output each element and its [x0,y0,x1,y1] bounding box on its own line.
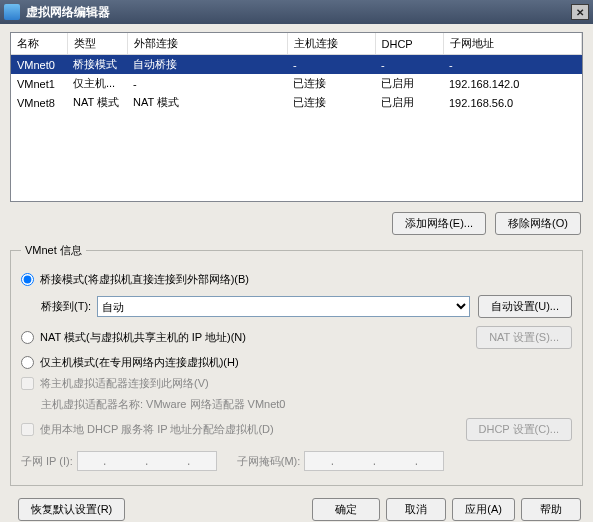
cell-dhcp: 已启用 [375,74,443,93]
help-button[interactable]: 帮助 [521,498,581,521]
cell-type: NAT 模式 [67,93,127,112]
subnet-mask-label: 子网掩码(M): [237,454,301,469]
col-dhcp[interactable]: DHCP [375,33,443,55]
radio-bridge-label: 桥接模式(将虚拟机直接连接到外部网络)(B) [40,272,249,287]
add-network-button[interactable]: 添加网络(E)... [392,212,486,235]
cell-subnet: 192.168.142.0 [443,74,582,93]
network-table[interactable]: 名称 类型 外部连接 主机连接 DHCP 子网地址 VMnet0桥接模式自动桥接… [10,32,583,202]
checkbox-local-dhcp-label: 使用本地 DHCP 服务将 IP 地址分配给虚拟机(D) [40,422,274,437]
table-row[interactable]: VMnet8NAT 模式NAT 模式已连接已启用192.168.56.0 [11,93,582,112]
vmnet-info-legend: VMnet 信息 [21,243,86,258]
col-type[interactable]: 类型 [67,33,127,55]
cell-subnet: 192.168.56.0 [443,93,582,112]
bridge-to-label: 桥接到(T): [41,299,91,314]
radio-hostonly[interactable] [21,356,34,369]
cell-name: VMnet8 [11,93,67,112]
checkbox-host-adapter [21,377,34,390]
subnet-ip-input: ... [77,451,217,471]
auto-settings-button[interactable]: 自动设置(U)... [478,295,572,318]
ok-button[interactable]: 确定 [312,498,380,521]
bridge-to-select[interactable]: 自动 [97,296,469,317]
cell-dhcp: - [375,55,443,75]
cell-host: - [287,55,375,75]
cell-ext: - [127,74,287,93]
col-host[interactable]: 主机连接 [287,33,375,55]
restore-defaults-button[interactable]: 恢复默认设置(R) [18,498,125,521]
cell-ext: NAT 模式 [127,93,287,112]
table-row[interactable]: VMnet1仅主机...-已连接已启用192.168.142.0 [11,74,582,93]
host-adapter-name: 主机虚拟适配器名称: VMware 网络适配器 VMnet0 [41,397,572,412]
close-icon[interactable]: ✕ [571,4,589,20]
cell-type: 仅主机... [67,74,127,93]
app-icon [4,4,20,20]
cell-subnet: - [443,55,582,75]
window-title: 虚拟网络编辑器 [26,4,571,21]
col-ext[interactable]: 外部连接 [127,33,287,55]
cell-type: 桥接模式 [67,55,127,75]
radio-nat-label: NAT 模式(与虚拟机共享主机的 IP 地址)(N) [40,330,246,345]
cell-host: 已连接 [287,74,375,93]
cell-name: VMnet1 [11,74,67,93]
checkbox-host-adapter-label: 将主机虚拟适配器连接到此网络(V) [40,376,209,391]
table-row[interactable]: VMnet0桥接模式自动桥接--- [11,55,582,75]
table-header-row: 名称 类型 外部连接 主机连接 DHCP 子网地址 [11,33,582,55]
nat-settings-button: NAT 设置(S)... [476,326,572,349]
radio-nat[interactable] [21,331,34,344]
dhcp-settings-button: DHCP 设置(C)... [466,418,572,441]
col-subnet[interactable]: 子网地址 [443,33,582,55]
cell-host: 已连接 [287,93,375,112]
subnet-mask-input: ... [304,451,444,471]
checkbox-local-dhcp [21,423,34,436]
cell-name: VMnet0 [11,55,67,75]
title-bar: 虚拟网络编辑器 ✕ [0,0,593,24]
col-name[interactable]: 名称 [11,33,67,55]
radio-hostonly-label: 仅主机模式(在专用网络内连接虚拟机)(H) [40,355,239,370]
subnet-ip-label: 子网 IP (I): [21,454,73,469]
remove-network-button[interactable]: 移除网络(O) [495,212,581,235]
cancel-button[interactable]: 取消 [386,498,446,521]
vmnet-info-group: VMnet 信息 桥接模式(将虚拟机直接连接到外部网络)(B) 桥接到(T): … [10,243,583,486]
apply-button[interactable]: 应用(A) [452,498,515,521]
cell-ext: 自动桥接 [127,55,287,75]
cell-dhcp: 已启用 [375,93,443,112]
radio-bridge[interactable] [21,273,34,286]
